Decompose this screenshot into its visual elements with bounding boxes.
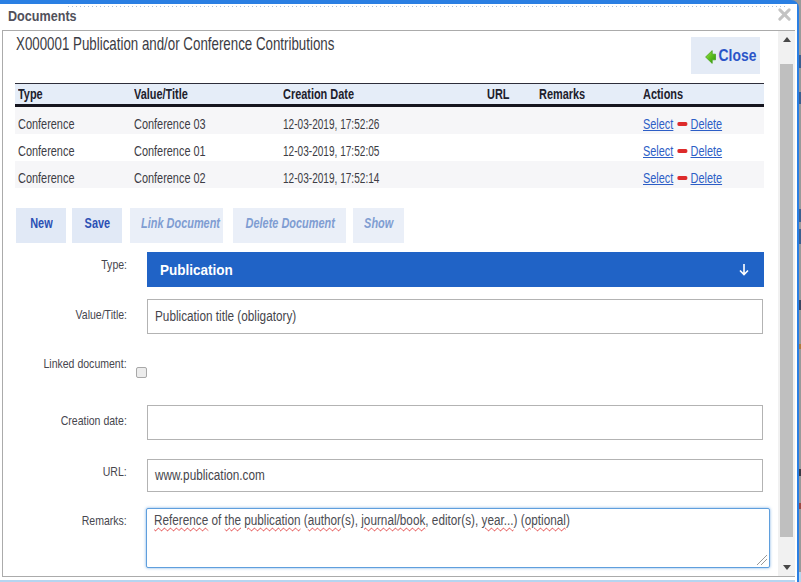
actions-cell: SelectDelete (643, 165, 744, 192)
value-title-input-text: Publication title (obligatory) (155, 300, 323, 333)
delete-link[interactable]: Delete (691, 143, 723, 159)
remarks-text: Reference of the publication (author(s),… (154, 512, 570, 528)
dialog-close-icon[interactable] (778, 8, 791, 21)
column-header: Remarks (539, 84, 598, 104)
down-arrow-icon (783, 565, 791, 570)
select-link[interactable]: Select (643, 143, 673, 159)
table-row: ConferenceConference 0312-03-2019, 17:52… (15, 107, 764, 134)
table-row: ConferenceConference 0112-03-2019, 17:52… (15, 134, 764, 161)
select-link[interactable]: Select (643, 116, 673, 132)
scrollbar-down-button[interactable] (778, 559, 795, 576)
select-link[interactable]: Select (643, 170, 673, 186)
creation-date-input[interactable] (147, 405, 763, 440)
table-cell: Conference 02 (134, 165, 226, 192)
dialog-titlebar[interactable]: Documents (0, 4, 797, 30)
delete-document-button[interactable]: Delete Document (233, 208, 346, 243)
dialog-content-panel: X000001 Publication and/or Conference Co… (2, 30, 795, 577)
column-header: Value/Title (134, 84, 203, 104)
link-document-button[interactable]: Link Document (130, 208, 223, 243)
show-button[interactable]: Show (353, 208, 404, 243)
table-cell: Conference (18, 165, 90, 192)
column-header: Creation Date (283, 84, 374, 104)
type-dropdown[interactable]: Publication (147, 252, 764, 287)
scrollbar-thumb[interactable] (780, 64, 793, 537)
delete-link[interactable]: Delete (691, 170, 723, 186)
creation-date-label: Creation date: (3, 413, 127, 429)
resize-handle-icon[interactable] (756, 554, 768, 566)
column-header: Actions (643, 84, 694, 104)
delete-minus-icon (677, 176, 687, 180)
up-arrow-icon (783, 37, 791, 42)
column-header: URL (487, 84, 516, 104)
save-button[interactable]: Save (72, 208, 122, 243)
documents-dialog: Documents X000001 Publication and/or Con… (0, 0, 799, 582)
chevron-down-icon (738, 263, 750, 277)
record-heading: X000001 Publication and/or Conference Co… (16, 33, 458, 55)
close-button[interactable]: Close (691, 37, 760, 74)
titlebar-focus-outline (68, 6, 787, 7)
url-input-text: www.publication.com (155, 459, 286, 492)
scrollbar[interactable] (778, 31, 795, 576)
url-label: URL: (3, 464, 127, 480)
column-header: Type (18, 84, 50, 104)
value-title-input[interactable]: Publication title (obligatory) (147, 299, 763, 334)
screen: Documents X000001 Publication and/or Con… (0, 0, 801, 582)
table-row: ConferenceConference 0212-03-2019, 17:52… (15, 161, 764, 188)
new-button[interactable]: New (16, 208, 66, 243)
linked-document-label: Linked document: (3, 356, 127, 372)
url-input[interactable]: www.publication.com (147, 459, 763, 492)
table-body: ConferenceConference 0312-03-2019, 17:52… (15, 107, 764, 188)
remarks-textarea[interactable]: Reference of the publication (author(s),… (146, 508, 770, 568)
delete-minus-icon (677, 149, 687, 153)
type-dropdown-value: Publication (160, 252, 241, 287)
linked-document-checkbox[interactable] (136, 367, 147, 378)
type-label: Type: (3, 257, 127, 273)
table-header: TypeValue/TitleCreation DateURLRemarksAc… (15, 83, 764, 107)
value-title-label: Value/Title: (3, 307, 127, 323)
delete-link[interactable]: Delete (691, 116, 723, 132)
close-button-label: Close (715, 37, 760, 74)
remarks-label: Remarks: (3, 513, 127, 529)
table-cell: 12-03-2019, 17:52:14 (283, 165, 417, 192)
scrollbar-up-button[interactable] (778, 31, 795, 48)
delete-minus-icon (677, 122, 687, 126)
